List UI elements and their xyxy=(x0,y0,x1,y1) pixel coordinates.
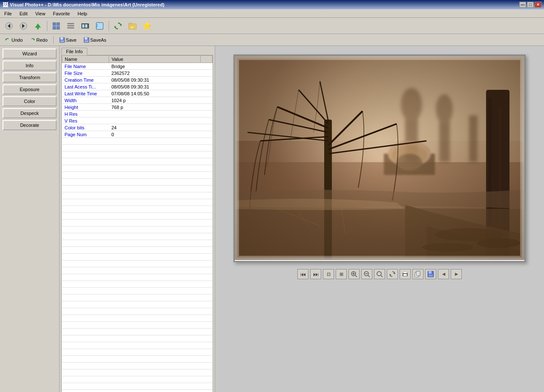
menu-help[interactable]: Help xyxy=(76,11,89,17)
info-empty-row xyxy=(62,390,213,392)
info-empty-row xyxy=(62,274,213,281)
info-empty-row xyxy=(62,145,213,152)
info-empty-row xyxy=(62,213,213,220)
svg-rect-16 xyxy=(82,23,83,24)
menu-edit[interactable]: Edit xyxy=(18,11,29,17)
col-name: Name xyxy=(62,56,109,63)
close-button[interactable]: ✕ xyxy=(535,2,541,8)
info-empty-row xyxy=(62,363,213,369)
svg-rect-31 xyxy=(60,37,63,40)
svg-line-80 xyxy=(381,275,383,277)
tab-bar: File Info xyxy=(60,46,215,55)
up-button[interactable] xyxy=(32,20,44,32)
info-empty-row xyxy=(62,329,213,335)
zoom-actual-button[interactable]: ⊞ xyxy=(336,269,347,279)
info-empty-row xyxy=(62,315,213,322)
zoom-out-button[interactable] xyxy=(361,269,372,279)
refresh-button[interactable] xyxy=(112,20,124,32)
prev-image-button[interactable]: ◀ xyxy=(438,269,449,279)
title-bar-left: 🖼 Visual Photo++ - D:\Mis documentos\Mis… xyxy=(3,2,164,8)
info-row-name: Width xyxy=(62,97,109,104)
zoom-custom-button[interactable] xyxy=(374,269,385,279)
info-empty-row xyxy=(62,335,213,342)
info-empty-row xyxy=(62,288,213,295)
col-extra xyxy=(201,56,213,63)
info-table-row: Width1024 p xyxy=(62,97,213,104)
info-empty-row xyxy=(62,281,213,288)
copy-button[interactable] xyxy=(412,269,423,279)
svg-marker-82 xyxy=(390,274,391,276)
details-button[interactable] xyxy=(64,20,77,32)
info-button[interactable]: Info xyxy=(3,60,57,71)
maximize-button[interactable]: □ xyxy=(527,2,534,8)
zoom-in-button[interactable] xyxy=(348,269,360,279)
filmstrip-button[interactable] xyxy=(79,20,92,32)
file-info-tab[interactable]: File Info xyxy=(61,48,87,55)
info-row-extra xyxy=(201,131,213,138)
preview-button[interactable] xyxy=(93,20,106,32)
info-tbody: File NameBridgeFile Size2362572Creation … xyxy=(62,63,213,392)
decorate-button[interactable]: Decorate xyxy=(3,120,57,130)
svg-rect-84 xyxy=(403,274,407,276)
info-table-row: File Size2362572 xyxy=(62,70,213,77)
content-row: Wizard Info Transform Exposure Color Des… xyxy=(0,46,544,392)
toolbar: 📁 ⭐ xyxy=(0,18,544,34)
info-row-name: File Size xyxy=(62,70,109,77)
save-button[interactable]: Save xyxy=(57,36,79,44)
back-button[interactable] xyxy=(3,20,15,32)
menu-view[interactable]: View xyxy=(34,11,47,17)
last-frame-button[interactable]: ⏭ xyxy=(310,269,321,279)
save-image-button[interactable] xyxy=(425,269,436,279)
info-row-extra xyxy=(201,117,213,124)
info-empty-row xyxy=(62,383,213,390)
info-row-extra xyxy=(201,70,213,77)
separator-2 xyxy=(109,21,109,31)
info-empty-row xyxy=(62,369,213,376)
info-row-value: 1024 p xyxy=(109,97,201,104)
svg-rect-34 xyxy=(85,37,87,40)
info-row-value: 0 xyxy=(109,131,201,138)
title-bar-controls[interactable]: — □ ✕ xyxy=(519,2,541,8)
info-empty-row xyxy=(62,192,213,199)
browse-button[interactable]: 📁 xyxy=(126,20,139,32)
svg-text:📁: 📁 xyxy=(130,25,134,29)
rotate-button[interactable] xyxy=(387,269,398,279)
svg-rect-14 xyxy=(82,24,84,28)
info-empty-row xyxy=(62,226,213,233)
despeck-button[interactable]: Despeck xyxy=(3,108,57,118)
save-as-button[interactable]: SaveAs xyxy=(81,36,109,44)
info-empty-row xyxy=(62,158,213,165)
info-table-container: Name Value File NameBridgeFile Size23625… xyxy=(61,55,213,392)
preview-area: ⏮ ⏭ ⊡ ⊞ ◀ xyxy=(215,46,544,392)
info-row-extra xyxy=(201,104,213,111)
color-button[interactable]: Color xyxy=(3,96,57,106)
transform-button[interactable]: Transform xyxy=(3,72,57,83)
forward-button[interactable] xyxy=(17,20,30,32)
first-frame-button[interactable]: ⏮ xyxy=(297,269,308,279)
info-row-extra xyxy=(201,77,213,83)
thumbnails-button[interactable] xyxy=(50,20,63,32)
wizard-button[interactable]: Wizard xyxy=(3,49,57,59)
separator-1 xyxy=(47,21,47,31)
favorite-button[interactable]: ⭐ xyxy=(141,20,153,32)
svg-rect-15 xyxy=(85,24,87,28)
print-button[interactable] xyxy=(400,269,411,279)
undo-button[interactable]: Undo xyxy=(3,36,25,44)
redo-button[interactable]: Redo xyxy=(27,36,49,44)
menu-file[interactable]: File xyxy=(3,11,14,17)
info-table-row: Height768 p xyxy=(62,104,213,111)
info-empty-row xyxy=(62,240,213,247)
menu-bar: File Edit View Favorite Help xyxy=(0,9,544,18)
info-row-name: Creation Time xyxy=(62,77,109,83)
zoom-fit-button[interactable]: ⊡ xyxy=(323,269,334,279)
svg-rect-8 xyxy=(53,26,56,29)
exposure-button[interactable]: Exposure xyxy=(3,84,57,94)
next-image-button[interactable]: ▶ xyxy=(451,269,462,279)
info-empty-row xyxy=(62,349,213,356)
minimize-button[interactable]: — xyxy=(519,2,526,8)
info-empty-row xyxy=(62,254,213,260)
svg-marker-23 xyxy=(120,24,122,26)
menu-favorite[interactable]: Favorite xyxy=(51,11,72,17)
info-row-extra xyxy=(201,124,213,131)
image-toolbar: ⏮ ⏭ ⊡ ⊞ ◀ xyxy=(297,269,462,279)
